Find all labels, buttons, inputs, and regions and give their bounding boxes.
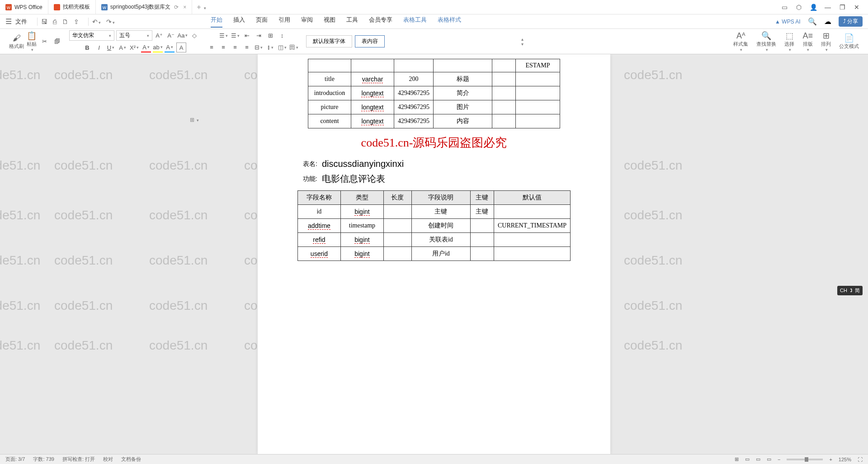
view-mode-2-icon[interactable]: ▭ [745, 456, 750, 462]
tab-member[interactable]: 会员专享 [369, 16, 392, 28]
table-row[interactable]: id bigint 主键 主键 [297, 205, 570, 219]
document-page[interactable]: ESTAMP title varchar 200 标题 introduction… [258, 54, 610, 454]
tab-page[interactable]: 页面 [256, 16, 268, 28]
cloud-icon[interactable]: ☁ [824, 17, 831, 26]
maximize-button[interactable]: ❐ [838, 3, 846, 11]
arrange-button[interactable]: ⊞排列▾ [821, 31, 831, 52]
save-icon[interactable]: 🖫 [41, 18, 47, 25]
status-page[interactable]: 页面: 3/7 [5, 456, 25, 463]
close-tab-icon[interactable]: × [183, 4, 186, 10]
user-avatar-icon[interactable]: 👤 [809, 3, 817, 11]
style-default[interactable]: 默认段落字体 [306, 35, 352, 47]
align-center-icon[interactable]: ≡ [218, 43, 228, 52]
underline-icon[interactable]: U▾ [106, 43, 116, 52]
line-spacing-icon[interactable]: ⫿▾ [265, 43, 275, 52]
wps-ai-button[interactable]: ▲ WPS AI [775, 19, 801, 25]
table-row[interactable]: addtime timestamp 创建时间 CURRENT_TIMESTAMP [297, 219, 570, 233]
align-justify-icon[interactable]: ≡ [242, 43, 252, 52]
find-replace-button[interactable]: 🔍查找替换▾ [756, 31, 776, 52]
table-row[interactable]: introduction longtext 4294967295 简介 [308, 86, 560, 100]
char-border-icon[interactable]: A [176, 43, 186, 52]
schema-table-1[interactable]: ESTAMP title varchar 200 标题 introduction… [308, 59, 560, 128]
strike-icon[interactable]: A▾ [118, 43, 127, 52]
zoom-in-icon[interactable]: + [829, 457, 832, 462]
tab-view[interactable]: 视图 [324, 16, 335, 28]
status-proofread[interactable]: 校对 [103, 456, 113, 463]
table-name-value[interactable]: discussdianyingxinxi [322, 159, 404, 169]
share-button[interactable]: ⤴ 分享 [839, 16, 863, 27]
align-left-icon[interactable]: ≡ [207, 43, 217, 52]
font-grow-icon[interactable]: A⁺ [154, 30, 164, 40]
font-name-select[interactable]: 华文仿宋▾ [69, 30, 114, 41]
status-backup[interactable]: 文档备份 [121, 456, 141, 463]
tab-insert[interactable]: 插入 [233, 16, 245, 28]
indent-inc-icon[interactable]: ⇥ [254, 31, 264, 41]
fullscreen-icon[interactable]: ⛶ [858, 457, 863, 462]
tab-reference[interactable]: 引用 [278, 16, 290, 28]
table-anchor-icon[interactable]: ⊞ ▾ [190, 117, 199, 123]
font-color-icon[interactable]: A▾ [141, 43, 151, 52]
style-content[interactable]: 表内容 [355, 35, 385, 47]
font-effect-icon[interactable]: A▾ [165, 43, 175, 52]
tab-table-style[interactable]: 表格样式 [438, 16, 461, 28]
add-tab-button[interactable]: + ▾ [192, 3, 211, 11]
view-mode-4-icon[interactable]: ▭ [767, 456, 771, 462]
bold-icon[interactable]: B [82, 43, 92, 52]
format-brush-button[interactable]: 🖌格式刷 [9, 33, 24, 50]
number-list-icon[interactable]: ☰▾ [230, 31, 240, 41]
clear-format-icon[interactable]: ◇ [189, 30, 199, 40]
font-size-select[interactable]: 五号▾ [116, 30, 152, 41]
export-icon[interactable]: ⇪ [74, 18, 79, 25]
font-shrink-icon[interactable]: A⁻ [166, 30, 176, 40]
table-row[interactable]: title varchar 200 标题 [308, 72, 560, 86]
zoom-out-icon[interactable]: − [778, 457, 780, 462]
paste-button[interactable]: 📋粘贴▾ [27, 31, 37, 52]
zoom-level[interactable]: 125% [839, 457, 851, 462]
table-header-row[interactable]: 字段名称 类型 长度 字段说明 主键 默认值 [297, 191, 570, 205]
file-menu[interactable]: 文件 [15, 18, 27, 26]
tab-template[interactable]: 找稻壳模板 [48, 0, 96, 14]
tab-wps-office[interactable]: W WPS Office [0, 0, 48, 14]
table-row[interactable]: content longtext 4294967295 内容 [308, 114, 560, 128]
style-set-button[interactable]: Aᴬ样式集▾ [733, 31, 748, 52]
align-right-icon[interactable]: ≡ [230, 43, 240, 52]
search-icon[interactable]: 🔍 [808, 17, 817, 26]
view-mode-1-icon[interactable]: ⊞ [735, 456, 739, 462]
indent-dec-icon[interactable]: ⇤ [242, 31, 252, 41]
copy-icon[interactable]: 🗐 [52, 37, 62, 47]
select-button[interactable]: ⬚选择▾ [784, 31, 794, 52]
schema-table-2[interactable]: 字段名称 类型 长度 字段说明 主键 默认值 id bigint 主键 主键 a… [297, 190, 571, 261]
view-mode-3-icon[interactable]: ▭ [756, 456, 760, 462]
table-row[interactable]: ESTAMP [308, 59, 560, 72]
border-icon[interactable]: 田▾ [289, 43, 299, 52]
superscript-icon[interactable]: X²▾ [129, 43, 139, 52]
sort-icon[interactable]: ↕ [277, 31, 287, 41]
layout-button[interactable]: A≡排版▾ [802, 31, 813, 52]
linespace-icon[interactable]: ⊞ [265, 31, 275, 41]
table-row[interactable]: refid bigint 关联表id [297, 233, 570, 247]
status-words[interactable]: 字数: 739 [33, 456, 54, 463]
change-case-icon[interactable]: Aa▾ [178, 30, 188, 40]
zoom-slider[interactable] [787, 459, 823, 460]
distribute-icon[interactable]: ⊟▾ [254, 43, 264, 52]
hamburger-icon[interactable]: ☰ [5, 17, 12, 26]
tab-table-tools[interactable]: 表格工具 [403, 16, 427, 28]
status-spell[interactable]: 拼写检查: 打开 [62, 456, 95, 463]
cut-icon[interactable]: ✂ [39, 37, 49, 47]
table-row[interactable]: userid bigint 用户id [297, 247, 570, 261]
minimize-button[interactable]: — [824, 3, 832, 11]
tab-review[interactable]: 审阅 [301, 16, 313, 28]
table-row[interactable]: picture longtext 4294967295 图片 [308, 100, 560, 114]
italic-icon[interactable]: I [94, 43, 104, 52]
shading-icon[interactable]: ◫▾ [277, 43, 287, 52]
window-icon-1[interactable]: ▭ [780, 3, 788, 11]
bullet-list-icon[interactable]: ☰▾ [218, 31, 228, 41]
close-window-button[interactable]: ✕ [853, 3, 861, 11]
official-button[interactable]: 📄公文模式 [839, 33, 859, 50]
undo-icon[interactable]: ↶▾ [92, 18, 101, 25]
tab-start[interactable]: 开始 [211, 16, 222, 28]
window-icon-2[interactable]: ⬡ [795, 3, 803, 11]
highlight-icon[interactable]: ab▾ [153, 43, 163, 52]
preview-icon[interactable]: 🗋 [62, 18, 68, 25]
tab-tools[interactable]: 工具 [346, 16, 358, 28]
